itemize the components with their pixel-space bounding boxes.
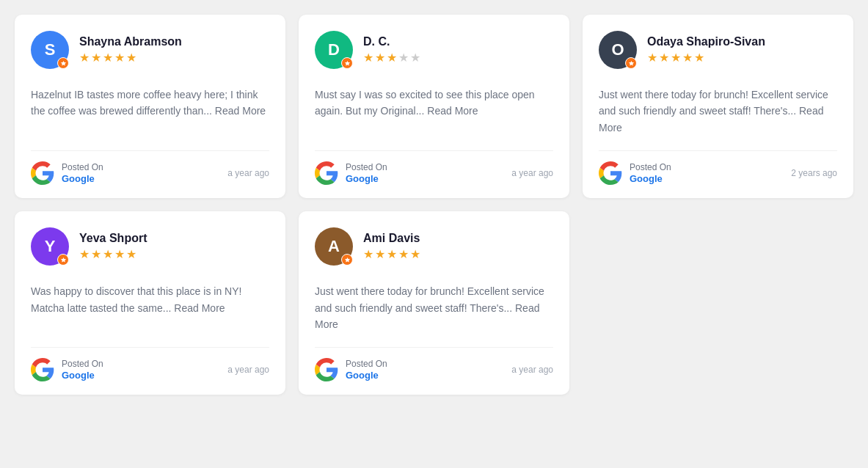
reviewer-info: Odaya Shapiro-Sivan ★★★★★ [647, 35, 765, 65]
read-more-link[interactable]: Read More [427, 105, 478, 117]
time-ago: a year ago [511, 168, 553, 178]
card-footer: Posted On Google a year ago [315, 150, 553, 185]
google-logo [315, 358, 338, 381]
star-filled: ★ [398, 247, 409, 261]
star-rating: ★★★★★ [79, 51, 182, 65]
posted-on-label: Posted On [346, 162, 387, 172]
google-logo [31, 358, 54, 381]
star-filled: ★ [671, 51, 681, 65]
posted-info: Posted On Google [62, 359, 103, 381]
review-card-5: A Ami Davis ★★★★★ Just went there today … [299, 211, 569, 395]
reviewer-info: D. C. ★★★★★ [363, 35, 420, 65]
time-ago: a year ago [511, 365, 553, 375]
star-filled: ★ [103, 247, 113, 261]
star-filled: ★ [103, 51, 113, 65]
star-filled: ★ [363, 247, 373, 261]
star-rating: ★★★★★ [79, 247, 147, 261]
avatar: D [315, 31, 353, 69]
star-filled: ★ [647, 51, 657, 65]
card-header: Y Yeva Shport ★★★★★ [31, 227, 269, 266]
avatar: A [315, 227, 353, 266]
read-more-link[interactable]: Read More [174, 302, 225, 314]
star-empty: ★ [398, 51, 409, 65]
star-filled: ★ [79, 51, 90, 65]
card-header: S Shayna Abramson ★★★★★ [31, 31, 269, 69]
review-card-2: D D. C. ★★★★★ Must say I was so excited … [299, 15, 569, 198]
avatar-badge [341, 254, 353, 266]
card-header: D D. C. ★★★★★ [315, 31, 553, 69]
time-ago: 2 years ago [791, 168, 837, 178]
card-footer: Posted On Google a year ago [31, 150, 269, 185]
star-filled: ★ [410, 247, 420, 261]
review-text: Just went there today for brunch! Excell… [599, 87, 837, 136]
star-filled: ★ [387, 51, 397, 65]
star-rating: ★★★★★ [647, 51, 765, 65]
review-text: Was happy to discover that this place is… [31, 283, 269, 332]
posted-on-google-link[interactable]: Google [346, 370, 387, 381]
reviewer-info: Yeva Shport ★★★★★ [79, 232, 147, 261]
read-more-link[interactable]: Read More [315, 302, 539, 330]
review-card-1: S Shayna Abramson ★★★★★ Hazelnut IB tast… [15, 15, 285, 198]
star-empty: ★ [410, 51, 420, 65]
avatar: Y [31, 227, 69, 266]
posted-on-label: Posted On [630, 162, 671, 172]
read-more-link[interactable]: Read More [215, 105, 266, 117]
posted-on-google-link[interactable]: Google [62, 173, 103, 184]
read-more-link[interactable]: Read More [599, 105, 823, 133]
posted-on-google-link[interactable]: Google [62, 370, 103, 381]
time-ago: a year ago [227, 365, 269, 375]
star-filled: ★ [694, 51, 704, 65]
reviewer-name: D. C. [363, 35, 420, 48]
star-filled: ★ [126, 51, 136, 65]
posted-info: Posted On Google [346, 359, 387, 381]
google-logo [31, 161, 54, 185]
review-text: Must say I was so excited to see this pl… [315, 87, 553, 136]
star-filled: ★ [114, 247, 125, 261]
avatar: S [31, 31, 69, 69]
review-text: Hazelnut IB tastes more coffee heavy her… [31, 87, 269, 136]
star-filled: ★ [91, 51, 101, 65]
star-rating: ★★★★★ [363, 51, 420, 65]
posted-on-google-link[interactable]: Google [346, 173, 387, 184]
google-logo [599, 161, 622, 185]
reviewer-name: Odaya Shapiro-Sivan [647, 35, 765, 48]
review-card-3: O Odaya Shapiro-Sivan ★★★★★ Just went th… [583, 15, 853, 198]
card-header: O Odaya Shapiro-Sivan ★★★★★ [599, 31, 837, 69]
time-ago: a year ago [227, 168, 269, 178]
star-rating: ★★★★★ [363, 247, 420, 261]
posted-info: Posted On Google [630, 162, 671, 184]
star-filled: ★ [126, 247, 136, 261]
reviewer-name: Shayna Abramson [79, 35, 182, 48]
posted-info: Posted On Google [346, 162, 387, 184]
card-footer: Posted On Google 2 years ago [599, 150, 837, 185]
star-filled: ★ [114, 51, 125, 65]
star-filled: ★ [375, 51, 385, 65]
posted-on-google-link[interactable]: Google [630, 173, 671, 184]
star-filled: ★ [79, 247, 90, 261]
review-card-4: Y Yeva Shport ★★★★★ Was happy to discove… [15, 211, 285, 395]
posted-on-label: Posted On [62, 162, 103, 172]
google-logo [315, 161, 338, 185]
avatar-badge [341, 57, 353, 69]
avatar: O [599, 31, 637, 69]
reviewer-name: Yeva Shport [79, 232, 147, 245]
avatar-badge [625, 57, 637, 69]
star-filled: ★ [363, 51, 373, 65]
posted-on-label: Posted On [62, 359, 103, 369]
avatar-badge [57, 254, 69, 266]
review-text: Just went there today for brunch! Excell… [315, 283, 553, 332]
posted-on-label: Posted On [346, 359, 387, 369]
card-footer: Posted On Google a year ago [31, 347, 269, 381]
star-filled: ★ [387, 247, 397, 261]
star-filled: ★ [91, 247, 101, 261]
posted-info: Posted On Google [62, 162, 103, 184]
avatar-badge [57, 57, 69, 69]
reviews-grid: S Shayna Abramson ★★★★★ Hazelnut IB tast… [15, 15, 853, 395]
star-filled: ★ [375, 247, 385, 261]
reviewer-info: Ami Davis ★★★★★ [363, 232, 420, 261]
star-filled: ★ [682, 51, 693, 65]
reviewer-name: Ami Davis [363, 232, 420, 245]
card-footer: Posted On Google a year ago [315, 347, 553, 381]
reviewer-info: Shayna Abramson ★★★★★ [79, 35, 182, 65]
card-header: A Ami Davis ★★★★★ [315, 227, 553, 266]
